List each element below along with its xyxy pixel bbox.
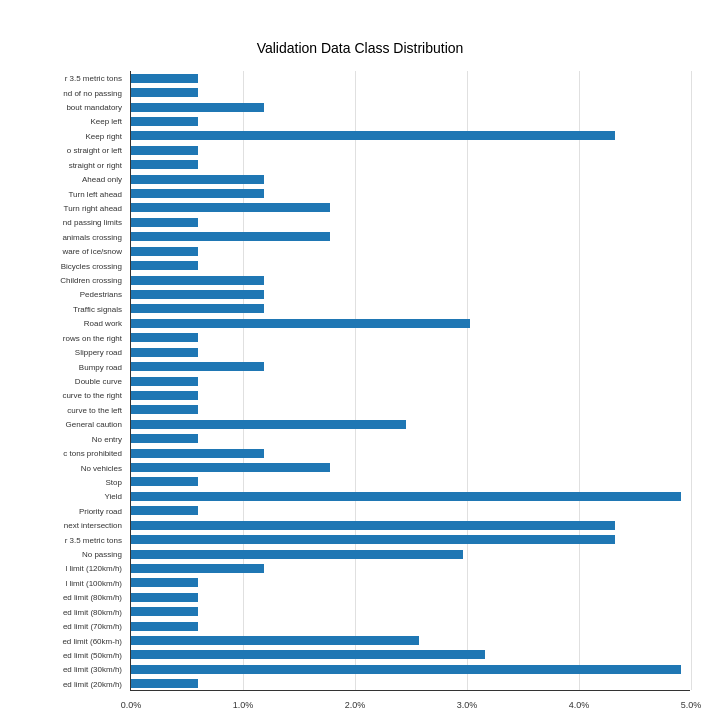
bar [131, 88, 198, 97]
bar [131, 550, 463, 559]
bar [131, 117, 198, 126]
bar-row [131, 535, 690, 544]
bar-row [131, 607, 690, 616]
bar [131, 247, 198, 256]
bar-row [131, 218, 690, 227]
y-axis-label: l limit (100km/h) [66, 578, 122, 587]
bar-row [131, 203, 690, 212]
bar-row [131, 492, 690, 501]
y-axis-label: Turn left ahead [68, 189, 122, 198]
bar [131, 449, 264, 458]
y-axis-label: No passing [82, 550, 122, 559]
bar-row [131, 74, 690, 83]
bar [131, 564, 264, 573]
x-axis-label: 4.0% [569, 700, 590, 710]
y-axis-label: straight or right [69, 160, 122, 169]
y-axis-label: rows on the right [63, 333, 122, 342]
bar-row [131, 506, 690, 515]
bar [131, 622, 198, 631]
bar-row [131, 261, 690, 270]
y-axis-label: bout mandatory [66, 103, 122, 112]
y-axis-label: Double curve [75, 377, 122, 386]
y-axis-label: ware of ice/snow [62, 247, 122, 256]
bar-row [131, 333, 690, 342]
chart-title: Validation Data Class Distribution [30, 40, 690, 56]
bar-row [131, 276, 690, 285]
y-axis-label: ed limit (70km/h) [63, 622, 122, 631]
bar [131, 203, 330, 212]
bar-row [131, 578, 690, 587]
bar-row [131, 189, 690, 198]
bar [131, 434, 198, 443]
y-axis-label: No vehicles [81, 463, 122, 472]
y-axis-label: Stop [106, 477, 122, 486]
y-axis-label: ed limit (60km-h) [62, 636, 122, 645]
bar-row [131, 247, 690, 256]
y-axis-label: General caution [66, 420, 122, 429]
bar-row [131, 477, 690, 486]
y-axis-label: curve to the left [67, 405, 122, 414]
bar-row [131, 146, 690, 155]
bar-row [131, 622, 690, 631]
bar-row [131, 679, 690, 688]
bar-row [131, 449, 690, 458]
bar [131, 636, 419, 645]
bar [131, 535, 615, 544]
bar [131, 276, 264, 285]
bar-row [131, 521, 690, 530]
bar [131, 463, 330, 472]
y-axis-label: r 3.5 metric tons [65, 74, 122, 83]
bar-row [131, 131, 690, 140]
y-axis-label: Slippery road [75, 348, 122, 357]
bar-row [131, 377, 690, 386]
bar [131, 333, 198, 342]
bar-row [131, 550, 690, 559]
y-axis-label: Turn right ahead [64, 203, 122, 212]
y-axis-label: Road work [84, 319, 122, 328]
y-axis-label: o straight or left [67, 146, 122, 155]
bar [131, 665, 681, 674]
bar [131, 420, 406, 429]
bar-row [131, 650, 690, 659]
bar [131, 607, 198, 616]
y-axis-label: l limit (120km/h) [66, 564, 122, 573]
y-axis-label: animals crossing [62, 232, 122, 241]
bar-row [131, 405, 690, 414]
x-axis-label: 5.0% [681, 700, 702, 710]
y-axis-labels: r 3.5 metric tonsnd of no passingbout ma… [1, 71, 126, 691]
bar-row [131, 232, 690, 241]
bar [131, 74, 198, 83]
bar [131, 391, 198, 400]
chart-area: r 3.5 metric tonsnd of no passingbout ma… [130, 71, 690, 691]
y-axis-label: curve to the right [62, 391, 122, 400]
y-axis-label: ed limit (30km/h) [63, 665, 122, 674]
bar-row [131, 290, 690, 299]
bar-row [131, 88, 690, 97]
bar [131, 146, 198, 155]
gridline [691, 71, 692, 690]
bar-row [131, 103, 690, 112]
bar-row [131, 160, 690, 169]
bar-row [131, 319, 690, 328]
y-axis-label: Children crossing [60, 276, 122, 285]
bar-row [131, 362, 690, 371]
y-axis-label: Ahead only [82, 175, 122, 184]
x-axis-label: 0.0% [121, 700, 142, 710]
bar-row [131, 391, 690, 400]
y-axis-label: Keep right [86, 131, 122, 140]
bar-row [131, 117, 690, 126]
y-axis-label: c tons prohibited [63, 449, 122, 458]
bar [131, 319, 470, 328]
x-axis-label: 2.0% [345, 700, 366, 710]
y-axis-label: ed limit (80km/h) [63, 593, 122, 602]
bar-row [131, 636, 690, 645]
bar [131, 405, 198, 414]
bar [131, 218, 198, 227]
y-axis-label: ed limit (20km/h) [63, 679, 122, 688]
bar [131, 506, 198, 515]
bar [131, 492, 681, 501]
y-axis-label: r 3.5 metric tons [65, 535, 122, 544]
y-axis-label: Bumpy road [79, 362, 122, 371]
chart-container: Validation Data Class Distribution r 3.5… [0, 0, 720, 720]
bar [131, 103, 264, 112]
